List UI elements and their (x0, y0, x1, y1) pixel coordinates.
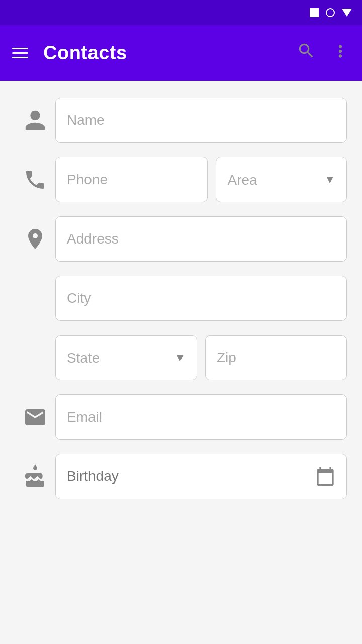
menu-line (12, 48, 28, 49)
email-input[interactable] (67, 409, 335, 425)
status-icon-circle (326, 8, 335, 17)
phone-row: Area Home Work Mobile Other ▼ (0, 150, 362, 209)
search-button[interactable] (297, 41, 316, 65)
city-fields (55, 276, 347, 321)
app-bar: Contacts (0, 25, 362, 80)
area-select-wrapper[interactable]: Area Home Work Mobile Other ▼ (216, 157, 347, 202)
state-zip-row: State AL AK AZ CA CO FL GA NY TX ▼ (0, 328, 362, 387)
birthday-input[interactable] (67, 468, 315, 485)
person-icon (15, 108, 55, 132)
address-fields (55, 216, 347, 262)
address-row (0, 209, 362, 269)
location-icon (15, 227, 55, 251)
phone-fields: Area Home Work Mobile Other ▼ (55, 157, 347, 202)
app-title: Contacts (43, 42, 282, 64)
zip-input[interactable] (217, 350, 335, 366)
city-input-wrapper[interactable] (55, 276, 347, 321)
status-icon-triangle (342, 9, 352, 17)
phone-input-wrapper[interactable] (55, 157, 208, 202)
birthday-fields (55, 454, 347, 499)
state-select[interactable]: State AL AK AZ CA CO FL GA NY TX (67, 350, 174, 366)
contact-form: Area Home Work Mobile Other ▼ (0, 80, 362, 526)
name-input-wrapper[interactable] (55, 98, 347, 143)
name-row (0, 91, 362, 150)
area-dropdown-arrow: ▼ (324, 173, 335, 186)
birthday-icon (15, 464, 55, 489)
menu-line (12, 52, 28, 54)
menu-button[interactable] (12, 48, 28, 58)
state-dropdown-arrow: ▼ (174, 351, 186, 364)
address-input-wrapper[interactable] (55, 216, 347, 262)
status-icon-square (310, 8, 319, 17)
zip-input-wrapper[interactable] (205, 335, 347, 380)
phone-input[interactable] (67, 172, 196, 188)
menu-line (12, 57, 28, 58)
birthday-input-wrapper[interactable] (55, 454, 347, 499)
email-fields (55, 394, 347, 440)
address-input[interactable] (67, 231, 335, 247)
email-row (0, 387, 362, 447)
more-options-button[interactable] (331, 42, 350, 64)
email-input-wrapper[interactable] (55, 394, 347, 440)
birthday-row (0, 447, 362, 506)
phone-icon (15, 168, 55, 192)
city-row (0, 269, 362, 328)
name-fields (55, 98, 347, 143)
calendar-icon[interactable] (315, 466, 335, 487)
state-select-wrapper[interactable]: State AL AK AZ CA CO FL GA NY TX ▼ (55, 335, 197, 380)
name-input[interactable] (67, 112, 335, 128)
status-bar (0, 0, 362, 25)
city-input[interactable] (67, 290, 335, 306)
area-select[interactable]: Area Home Work Mobile Other (227, 172, 324, 188)
email-icon (15, 405, 55, 429)
